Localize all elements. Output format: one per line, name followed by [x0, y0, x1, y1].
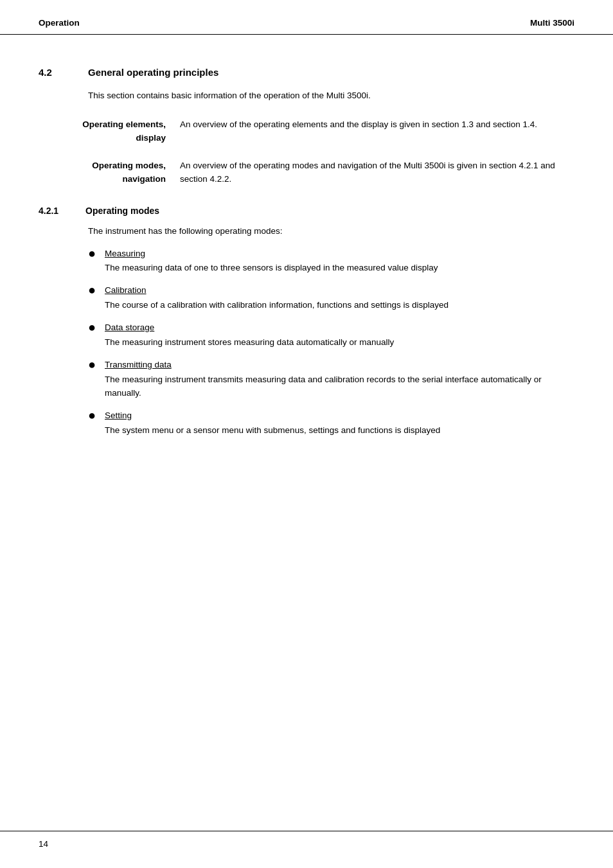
header-section-label: Operation — [39, 18, 80, 28]
bullet-desc-calibration: The course of a calibration with calibra… — [105, 300, 449, 310]
operating-elements-section: Operating elements, display An overview … — [39, 118, 574, 145]
operating-modes-list: ● Measuring The measuring data of one to… — [88, 247, 574, 438]
list-item: ● Transmitting data The measuring instru… — [88, 359, 574, 400]
page-header: Operation Multi 3500i — [0, 0, 613, 35]
bullet-term-data-storage: Data storage — [105, 321, 574, 335]
operating-elements-label: Operating elements, display — [39, 118, 180, 145]
bullet-content-calibration: Calibration The course of a calibration … — [105, 284, 574, 312]
bullet-desc-measuring: The measuring data of one to three senso… — [105, 263, 438, 272]
operating-modes-section: Operating modes, navigation An overview … — [39, 159, 574, 186]
subsection-4-2-1-heading: 4.2.1 Operating modes — [39, 206, 574, 216]
bullet-desc-setting: The system menu or a sensor menu with su… — [105, 425, 440, 435]
subsection-intro-text: The instrument has the following operati… — [88, 225, 574, 238]
list-item: ● Setting The system menu or a sensor me… — [88, 409, 574, 438]
operating-modes-label: Operating modes, navigation — [39, 159, 180, 186]
subsection-4-2-1-title: Operating modes — [85, 206, 159, 216]
bullet-term-transmitting: Transmitting data — [105, 359, 574, 372]
section-4-2-title: General operating principles — [88, 67, 218, 78]
page: Operation Multi 3500i 4.2 General operat… — [0, 0, 613, 868]
bullet-term-measuring: Measuring — [105, 247, 574, 261]
bullet-dot-icon: ● — [88, 283, 101, 297]
operating-elements-label-line1: Operating elements, — [82, 120, 166, 129]
list-item: ● Measuring The measuring data of one to… — [88, 247, 574, 276]
operating-modes-label-line2: navigation — [122, 174, 166, 184]
section-intro-text: This section contains basic information … — [88, 89, 574, 103]
bullet-content-measuring: Measuring The measuring data of one to t… — [105, 247, 574, 276]
bullet-desc-data-storage: The measuring instrument stores measurin… — [105, 337, 394, 347]
main-content: 4.2 General operating principles This se… — [0, 35, 613, 498]
bullet-term-setting: Setting — [105, 409, 574, 423]
page-footer: 14 — [0, 831, 613, 849]
bullet-desc-transmitting: The measuring instrument transmits measu… — [105, 375, 542, 398]
page-number: 14 — [39, 839, 48, 849]
list-item: ● Calibration The course of a calibratio… — [88, 284, 574, 312]
bullet-term-calibration: Calibration — [105, 284, 574, 297]
operating-elements-label-line2: display — [136, 133, 166, 143]
operating-elements-text: An overview of the operating elements an… — [180, 118, 574, 145]
operating-modes-label-line1: Operating modes, — [92, 161, 166, 170]
subsection-4-2-1-number: 4.2.1 — [39, 206, 74, 216]
section-4-2-number: 4.2 — [39, 67, 74, 78]
section-4-2-heading: 4.2 General operating principles — [39, 67, 574, 78]
bullet-content-setting: Setting The system menu or a sensor menu… — [105, 409, 574, 438]
header-product-label: Multi 3500i — [530, 18, 574, 28]
bullet-dot-icon: ● — [88, 408, 101, 422]
operating-modes-text: An overview of the operating modes and n… — [180, 159, 574, 186]
list-item: ● Data storage The measuring instrument … — [88, 321, 574, 350]
bullet-dot-icon: ● — [88, 357, 101, 371]
bullet-dot-icon: ● — [88, 246, 101, 260]
bullet-content-data-storage: Data storage The measuring instrument st… — [105, 321, 574, 350]
bullet-dot-icon: ● — [88, 320, 101, 334]
bullet-content-transmitting: Transmitting data The measuring instrume… — [105, 359, 574, 400]
